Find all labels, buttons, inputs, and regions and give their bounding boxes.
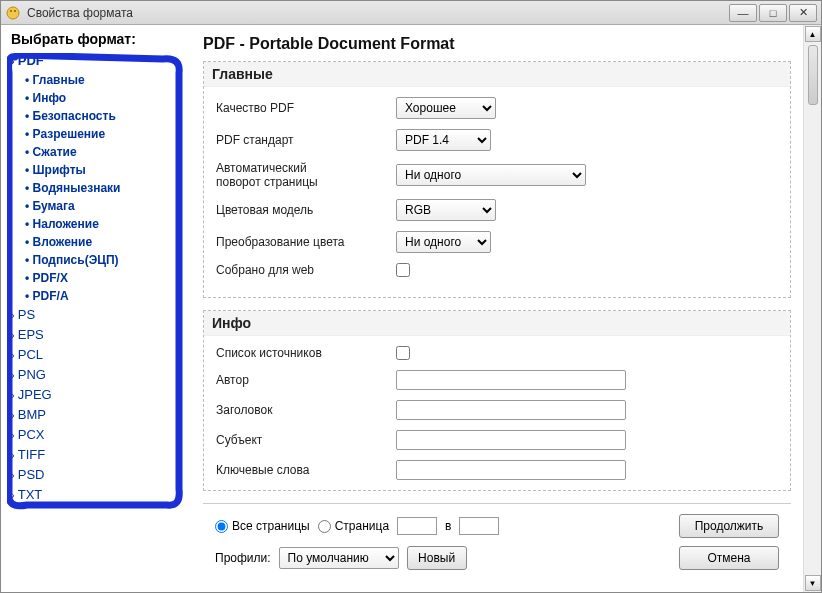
scroll-up-button[interactable]: ▲ [805, 26, 821, 42]
scrollbar: ▲ ▼ [803, 25, 821, 592]
content-wrap: PDF - Portable Document Format Главные К… [191, 25, 821, 592]
main-panel: Главные Качество PDF Хорошее PDF стандар… [203, 61, 791, 298]
colormodel-label: Цветовая модель [216, 203, 396, 217]
app-icon [5, 5, 21, 21]
sidebar-sub-signature[interactable]: Подпись(ЭЦП) [25, 251, 187, 269]
subject-label: Субъект [216, 433, 396, 447]
page-label: Страница [335, 519, 389, 533]
content: PDF - Portable Document Format Главные К… [191, 25, 803, 592]
colortrans-label: Преобразование цвета [216, 235, 396, 249]
standard-label: PDF стандарт [216, 133, 396, 147]
sidebar-title: Выбрать формат: [11, 31, 187, 47]
quality-select[interactable]: Хорошее [396, 97, 496, 119]
sidebar-item-eps[interactable]: EPS [11, 325, 187, 345]
info-panel: Инфо Список источников Автор Заголовок [203, 310, 791, 491]
minimize-button[interactable]: — [729, 4, 757, 22]
sources-checkbox[interactable] [396, 346, 410, 360]
scroll-down-button[interactable]: ▼ [805, 575, 821, 591]
author-input[interactable] [396, 370, 626, 390]
sidebar-item-psd[interactable]: PSD [11, 465, 187, 485]
webready-label: Собрано для web [216, 263, 396, 277]
svg-point-0 [7, 7, 19, 19]
sidebar-sub-attachment[interactable]: Вложение [25, 233, 187, 251]
sidebar-sub-info[interactable]: Инфо [25, 89, 187, 107]
page-from-input[interactable] [397, 517, 437, 535]
sidebar-item-pdf[interactable]: PDF [11, 51, 187, 71]
sidebar-item-tiff[interactable]: TIFF [11, 445, 187, 465]
sidebar-sub-resolution[interactable]: Разрешение [25, 125, 187, 143]
page-title: PDF - Portable Document Format [203, 35, 791, 53]
sidebar-sub-pdfa[interactable]: PDF/A [25, 287, 187, 305]
sidebar-sub-paper[interactable]: Бумага [25, 197, 187, 215]
close-button[interactable]: ✕ [789, 4, 817, 22]
sidebar-sub-fonts[interactable]: Шрифты [25, 161, 187, 179]
profiles-select[interactable]: По умолчанию [279, 547, 399, 569]
scroll-thumb[interactable] [808, 45, 818, 105]
sidebar-item-ps[interactable]: PS [11, 305, 187, 325]
cancel-button[interactable]: Отмена [679, 546, 779, 570]
subject-input[interactable] [396, 430, 626, 450]
titlebar: Свойства формата — □ ✕ [1, 1, 821, 25]
sidebar-item-pcx[interactable]: PCX [11, 425, 187, 445]
sidebar-sub-main[interactable]: Главные [25, 71, 187, 89]
heading-label: Заголовок [216, 403, 396, 417]
svg-point-2 [14, 10, 16, 12]
author-label: Автор [216, 373, 396, 387]
all-pages-label: Все страницы [232, 519, 310, 533]
continue-button[interactable]: Продолжить [679, 514, 779, 538]
info-panel-title: Инфо [204, 311, 790, 336]
new-button[interactable]: Новый [407, 546, 467, 570]
page-to-input[interactable] [459, 517, 499, 535]
sidebar-sub-pdfx[interactable]: PDF/X [25, 269, 187, 287]
sidebar-item-pcl[interactable]: PCL [11, 345, 187, 365]
sidebar-sub-security[interactable]: Безопасность [25, 107, 187, 125]
svg-point-1 [10, 10, 12, 12]
colortrans-select[interactable]: Ни одного [396, 231, 491, 253]
window: Свойства формата — □ ✕ Выбрать формат: P… [0, 0, 822, 593]
maximize-button[interactable]: □ [759, 4, 787, 22]
autorotate-select[interactable]: Ни одного [396, 164, 586, 186]
window-buttons: — □ ✕ [729, 4, 817, 22]
keywords-input[interactable] [396, 460, 626, 480]
heading-input[interactable] [396, 400, 626, 420]
keywords-label: Ключевые слова [216, 463, 396, 477]
body-area: Выбрать формат: PDF Главные Инфо Безопас… [1, 25, 821, 592]
sidebar-sub-compression[interactable]: Сжатие [25, 143, 187, 161]
all-pages-radio[interactable] [215, 520, 228, 533]
sidebar-sub-watermarks[interactable]: Водяныезнаки [25, 179, 187, 197]
standard-select[interactable]: PDF 1.4 [396, 129, 491, 151]
page-radio[interactable] [318, 520, 331, 533]
sidebar-sub-overlay[interactable]: Наложение [25, 215, 187, 233]
in-label: в [445, 519, 451, 533]
bottom-bar: Все страницы Страница в Продолжить Профи… [203, 503, 791, 578]
sidebar-item-jpeg[interactable]: JPEG [11, 385, 187, 405]
sidebar-item-txt[interactable]: TXT [11, 485, 187, 505]
main-panel-title: Главные [204, 62, 790, 87]
sources-label: Список источников [216, 346, 396, 360]
sidebar: Выбрать формат: PDF Главные Инфо Безопас… [1, 25, 191, 592]
colormodel-select[interactable]: RGB [396, 199, 496, 221]
sidebar-item-bmp[interactable]: BMP [11, 405, 187, 425]
quality-label: Качество PDF [216, 101, 396, 115]
titlebar-text: Свойства формата [27, 6, 729, 20]
autorotate-label: Автоматическийповорот страницы [216, 161, 396, 189]
webready-checkbox[interactable] [396, 263, 410, 277]
sidebar-item-png[interactable]: PNG [11, 365, 187, 385]
profiles-label: Профили: [215, 551, 271, 565]
